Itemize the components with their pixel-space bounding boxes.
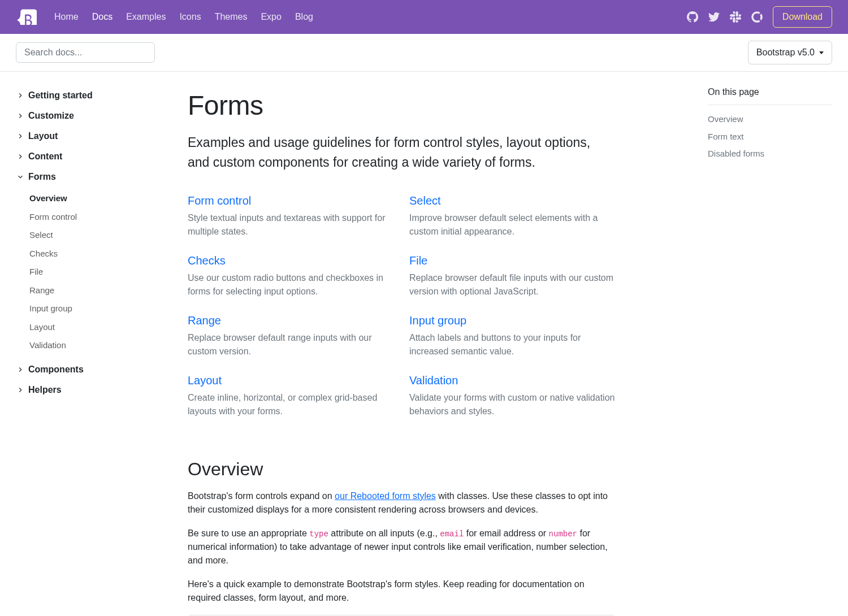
version-label: Bootstrap v5.0 <box>756 46 815 59</box>
card-grid: Form controlStyle textual inputs and tex… <box>188 192 615 428</box>
sidebar-section-content[interactable]: Content <box>16 146 174 167</box>
navbar: HomeDocsExamplesIconsThemesExpoBlog Down… <box>0 0 848 34</box>
slack-icon[interactable] <box>730 11 741 23</box>
nav-link-expo[interactable]: Expo <box>254 7 288 26</box>
nav-link-icons[interactable]: Icons <box>172 7 207 26</box>
card-desc: Use our custom radio buttons and checkbo… <box>188 271 393 298</box>
page-lead: Examples and usage guidelines for form c… <box>188 133 615 172</box>
rebooted-link[interactable]: our Rebooted form styles <box>335 491 436 501</box>
sidebar-item-layout[interactable]: Layout <box>29 318 174 337</box>
sidebar-item-file[interactable]: File <box>29 263 174 281</box>
card-select: SelectImprove browser default select ele… <box>409 192 615 249</box>
sidebar-item-select[interactable]: Select <box>29 226 174 245</box>
sidebar-item-validation[interactable]: Validation <box>29 336 174 355</box>
toc-list: OverviewForm textDisabled forms <box>708 111 832 163</box>
code-number: number <box>549 530 577 539</box>
overview-p3: Here's a quick example to demonstrate Bo… <box>188 578 615 605</box>
sidebar-section-getting-started[interactable]: Getting started <box>16 85 174 106</box>
bootstrap-logo[interactable] <box>16 6 38 28</box>
version-select[interactable]: Bootstrap v5.0 <box>748 41 832 64</box>
chevron-right-icon <box>16 91 25 100</box>
card-link[interactable]: Input group <box>409 314 466 327</box>
card-desc: Create inline, horizontal, or complex gr… <box>188 391 393 418</box>
sidebar-section-helpers[interactable]: Helpers <box>16 380 174 400</box>
download-button[interactable]: Download <box>773 6 832 28</box>
chevron-right-icon <box>16 111 25 120</box>
card-link[interactable]: Layout <box>188 374 222 387</box>
card-link[interactable]: File <box>409 254 427 267</box>
nav-link-home[interactable]: Home <box>47 7 85 26</box>
toc: On this page OverviewForm textDisabled f… <box>708 72 832 616</box>
card-link[interactable]: Form control <box>188 194 251 207</box>
sidebar-section-customize[interactable]: Customize <box>16 106 174 126</box>
page-title: Forms <box>188 85 615 126</box>
sidebar-section-layout[interactable]: Layout <box>16 126 174 146</box>
card-validation: ValidationValidate your forms with custo… <box>409 372 615 428</box>
code-email: email <box>440 530 464 539</box>
toc-heading: On this page <box>708 85 832 105</box>
nav-link-themes[interactable]: Themes <box>208 7 254 26</box>
chevron-right-icon <box>16 132 25 141</box>
nav-link-blog[interactable]: Blog <box>288 7 320 26</box>
chevron-right-icon <box>16 385 25 394</box>
overview-heading: Overview <box>188 456 615 483</box>
sidebar: Getting startedCustomizeLayoutContentFor… <box>16 72 174 616</box>
sidebar-item-input-group[interactable]: Input group <box>29 300 174 318</box>
search-input[interactable] <box>16 42 155 63</box>
caret-down-icon <box>819 51 824 54</box>
card-range: RangeReplace browser default range input… <box>188 312 393 368</box>
card-layout: LayoutCreate inline, horizontal, or comp… <box>188 372 393 428</box>
sidebar-section-forms[interactable]: Forms <box>16 167 174 187</box>
nav-links: HomeDocsExamplesIconsThemesExpoBlog <box>47 10 320 24</box>
card-link[interactable]: Checks <box>188 254 226 267</box>
card-link[interactable]: Validation <box>409 374 458 387</box>
github-icon[interactable] <box>687 11 698 23</box>
card-desc: Validate your forms with custom or nativ… <box>409 391 615 418</box>
card-input-group: Input groupAttach labels and buttons to … <box>409 312 615 368</box>
nav-link-docs[interactable]: Docs <box>85 7 119 26</box>
code-type: type <box>309 530 328 539</box>
card-link[interactable]: Range <box>188 314 221 327</box>
card-form-control: Form controlStyle textual inputs and tex… <box>188 192 393 249</box>
card-desc: Improve browser default select elements … <box>409 211 615 238</box>
subbar: Bootstrap v5.0 <box>0 34 848 72</box>
toc-item-overview[interactable]: Overview <box>708 111 832 128</box>
chevron-down-icon <box>16 172 25 181</box>
sidebar-item-form-control[interactable]: Form control <box>29 208 174 227</box>
overview-p2: Be sure to use an appropriate type attri… <box>188 527 615 567</box>
main-content: Forms Examples and usage guidelines for … <box>174 72 638 616</box>
overview-p1: Bootstrap's form controls expand on our … <box>188 489 615 517</box>
card-desc: Style textual inputs and textareas with … <box>188 211 393 238</box>
chevron-right-icon <box>16 365 25 374</box>
sidebar-item-checks[interactable]: Checks <box>29 245 174 263</box>
card-desc: Replace browser default range inputs wit… <box>188 331 393 358</box>
nav-right: Download <box>687 6 832 28</box>
card-link[interactable]: Select <box>409 194 441 207</box>
opencollective-icon[interactable] <box>751 11 763 23</box>
nav-link-examples[interactable]: Examples <box>119 7 172 26</box>
chevron-right-icon <box>16 152 25 161</box>
card-file: FileReplace browser default file inputs … <box>409 252 615 309</box>
toc-item-disabled-forms[interactable]: Disabled forms <box>708 145 832 163</box>
toc-item-form-text[interactable]: Form text <box>708 128 832 146</box>
card-desc: Attach labels and buttons to your inputs… <box>409 331 615 358</box>
card-desc: Replace browser default file inputs with… <box>409 271 615 298</box>
nav-left: HomeDocsExamplesIconsThemesExpoBlog <box>16 6 320 28</box>
sidebar-item-range[interactable]: Range <box>29 281 174 300</box>
sidebar-sublist: OverviewForm controlSelectChecksFileRang… <box>16 187 174 359</box>
twitter-icon[interactable] <box>708 11 720 23</box>
sidebar-item-overview[interactable]: Overview <box>29 189 174 208</box>
card-checks: ChecksUse our custom radio buttons and c… <box>188 252 393 309</box>
sidebar-section-components[interactable]: Components <box>16 359 174 380</box>
